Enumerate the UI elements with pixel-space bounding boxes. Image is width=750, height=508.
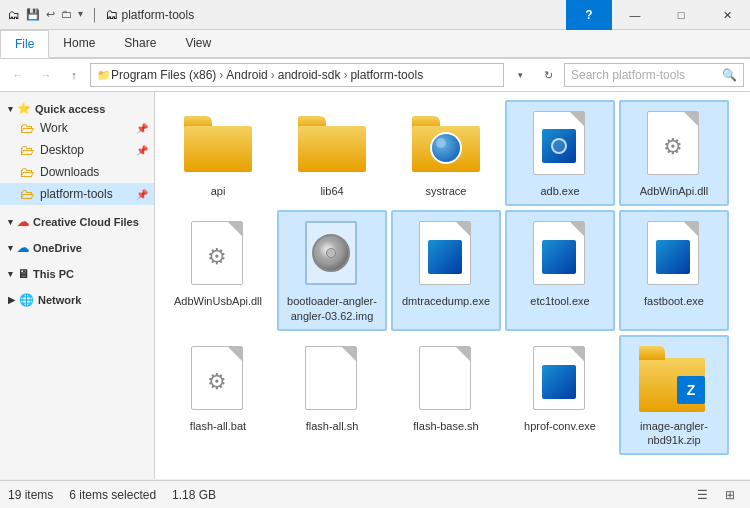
refresh-button[interactable]: ↻ [536, 63, 560, 87]
sidebar-section-onedrive[interactable]: ▾ ☁ OneDrive [0, 235, 154, 257]
file-item-etc1tool[interactable]: etc1tool.exe [505, 210, 615, 331]
file-item-dmtracedump[interactable]: dmtracedump.exe [391, 210, 501, 331]
file-icon-adbwinapi: ⚙ [638, 108, 710, 180]
expand-icon-net: ▶ [8, 295, 15, 305]
quick-access-label: Quick access [35, 103, 105, 115]
file-label-flash-bat: flash-all.bat [190, 419, 246, 433]
back-button[interactable]: ← [6, 63, 30, 87]
quick-access-toolbar-icon2[interactable]: ↩ [46, 8, 55, 21]
file-label-adbwinapi: AdbWinApi.dll [640, 184, 708, 198]
file-label-etc1tool: etc1tool.exe [530, 294, 589, 308]
window-title: platform-tools [122, 8, 195, 22]
list-view-button[interactable]: ☰ [690, 485, 714, 505]
selected-count: 6 items selected [69, 488, 156, 502]
address-path[interactable]: 📁 Program Files (x86) › Android › androi… [90, 63, 504, 87]
path-part5: platform-tools [350, 68, 423, 82]
file-item-api[interactable]: api [163, 100, 273, 206]
sidebar-label-desktop: Desktop [40, 143, 84, 157]
status-bar: 19 items 6 items selected 1.18 GB ☰ ⊞ [0, 480, 750, 508]
file-icon-systrace [410, 108, 482, 180]
search-box[interactable]: Search platform-tools 🔍 [564, 63, 744, 87]
file-item-flash-bat[interactable]: ⚙ flash-all.bat [163, 335, 273, 456]
quick-access-dropdown[interactable]: ▾ [78, 8, 83, 21]
sidebar-section-quick-access[interactable]: ▾ ⭐ Quick access [0, 96, 154, 117]
grid-view-button[interactable]: ⊞ [718, 485, 742, 505]
file-area: api lib64 [155, 92, 750, 479]
file-grid: api lib64 [163, 100, 742, 455]
pin-icon-platform-tools: 📌 [136, 189, 148, 200]
file-item-fastboot[interactable]: fastboot.exe [619, 210, 729, 331]
sidebar-section-this-pc[interactable]: ▾ 🖥 This PC [0, 261, 154, 283]
file-label-image-angler: image-angler-nbd91k.zip [625, 419, 723, 448]
main-layout: ▾ ⭐ Quick access 🗁 Work 📌 🗁 Desktop 📌 🗁 … [0, 92, 750, 479]
folder-icon-work: 🗁 [20, 120, 34, 136]
file-icon-hprof [524, 343, 596, 415]
path-part4: android-sdk [278, 68, 341, 82]
sidebar-item-downloads[interactable]: 🗁 Downloads [0, 161, 154, 183]
forward-button[interactable]: → [34, 63, 58, 87]
view-toggle: ☰ ⊞ [690, 485, 742, 505]
file-icon-dmtracedump [410, 218, 482, 290]
file-label-flash-base: flash-base.sh [413, 419, 478, 433]
expand-icon-od: ▾ [8, 243, 13, 253]
file-label-fastboot: fastboot.exe [644, 294, 704, 308]
file-label-adb: adb.exe [540, 184, 579, 198]
file-icon-api [182, 108, 254, 180]
onedrive-icon: ☁ [17, 241, 29, 255]
file-item-flash-sh[interactable]: flash-all.sh [277, 335, 387, 456]
dropdown-path-button[interactable]: ▾ [508, 63, 532, 87]
file-icon-flash-base [410, 343, 482, 415]
maximize-button[interactable]: □ [658, 0, 704, 30]
title-bar: 🗂 💾 ↩ 🗀 ▾ │ 🗂 platform-tools ? — □ ✕ [0, 0, 750, 30]
sidebar-section-network[interactable]: ▶ 🌐 Network [0, 287, 154, 309]
onedrive-label: OneDrive [33, 242, 82, 254]
file-item-bootloader[interactable]: bootloader-angler-angler-03.62.img [277, 210, 387, 331]
item-count: 19 items [8, 488, 53, 502]
file-label-lib64: lib64 [320, 184, 343, 198]
file-item-adb[interactable]: adb.exe [505, 100, 615, 206]
file-item-image-angler[interactable]: Z image-angler-nbd91k.zip [619, 335, 729, 456]
star-icon: ⭐ [17, 102, 31, 115]
cc-icon: ☁ [17, 215, 29, 229]
file-icon-adbwinusbapi: ⚙ [182, 218, 254, 290]
file-item-adbwinapi[interactable]: ⚙ AdbWinApi.dll [619, 100, 729, 206]
path-sep2: › [271, 68, 275, 82]
path-part2: Program Files (x86) [111, 68, 216, 82]
sidebar-section-creative-cloud[interactable]: ▾ ☁ Creative Cloud Files [0, 209, 154, 231]
sidebar-item-work[interactable]: 🗁 Work 📌 [0, 117, 154, 139]
tab-home[interactable]: Home [49, 30, 110, 57]
file-label-systrace: systrace [426, 184, 467, 198]
ribbon: File Home Share View [0, 30, 750, 59]
help-button[interactable]: ? [566, 0, 612, 30]
file-icon-image-angler: Z [638, 343, 710, 415]
tab-file[interactable]: File [0, 30, 49, 58]
sidebar-label-downloads: Downloads [40, 165, 99, 179]
file-item-adbwinusbapi[interactable]: ⚙ AdbWinUsbApi.dll [163, 210, 273, 331]
file-icon-adb [524, 108, 596, 180]
file-item-flash-base[interactable]: flash-base.sh [391, 335, 501, 456]
tab-share[interactable]: Share [110, 30, 171, 57]
quick-access-toolbar-icon1[interactable]: 💾 [26, 8, 40, 21]
this-pc-label: This PC [33, 268, 74, 280]
tab-view[interactable]: View [171, 30, 226, 57]
file-icon-lib64 [296, 108, 368, 180]
title-separator: │ [91, 8, 99, 22]
ribbon-tab-bar: File Home Share View [0, 30, 750, 58]
sidebar-item-platform-tools[interactable]: 🗁 platform-tools 📌 [0, 183, 154, 205]
file-item-lib64[interactable]: lib64 [277, 100, 387, 206]
address-bar: ← → ↑ 📁 Program Files (x86) › Android › … [0, 59, 750, 92]
minimize-button[interactable]: — [612, 0, 658, 30]
sidebar-item-desktop[interactable]: 🗁 Desktop 📌 [0, 139, 154, 161]
close-button[interactable]: ✕ [704, 0, 750, 30]
file-icon-fastboot [638, 218, 710, 290]
up-button[interactable]: ↑ [62, 63, 86, 87]
pin-icon-desktop: 📌 [136, 145, 148, 156]
sidebar-label-work: Work [40, 121, 68, 135]
path-part1: 📁 [97, 69, 111, 82]
search-icon[interactable]: 🔍 [722, 68, 737, 82]
file-label-adbwinusbapi: AdbWinUsbApi.dll [174, 294, 262, 308]
quick-access-toolbar-icon3[interactable]: 🗀 [61, 8, 72, 21]
file-item-hprof[interactable]: hprof-conv.exe [505, 335, 615, 456]
file-item-systrace[interactable]: systrace [391, 100, 501, 206]
window-controls: ? — □ ✕ [566, 0, 750, 30]
